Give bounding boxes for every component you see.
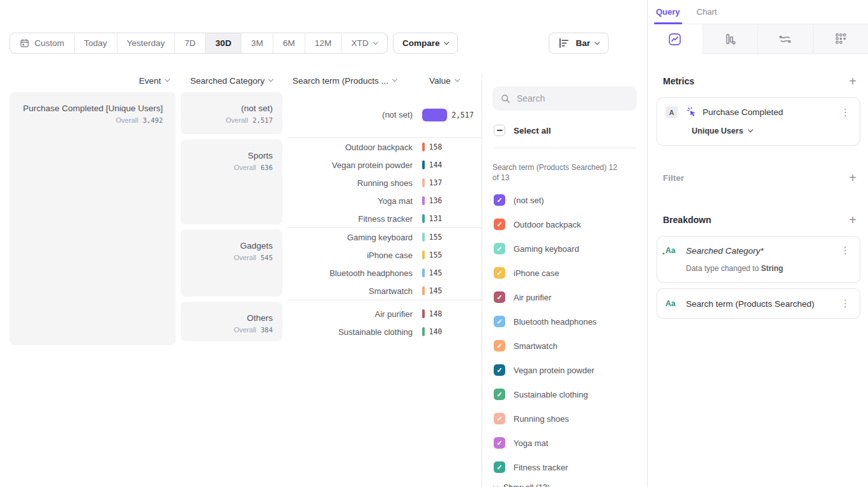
- value-number: 145: [429, 268, 443, 277]
- term-row[interactable]: iPhone case155: [287, 246, 482, 264]
- term-row[interactable]: Outdoor backpack158: [287, 138, 482, 156]
- breakdown-label: Search term (Products Searched): [686, 299, 837, 309]
- term-row[interactable]: Smartwatch145: [287, 282, 482, 300]
- date-range-3m[interactable]: 3M: [241, 33, 273, 53]
- date-range-30d[interactable]: 30D: [206, 33, 241, 53]
- kebab-menu-icon[interactable]: ⋮: [837, 107, 853, 118]
- date-range-7d[interactable]: 7D: [175, 33, 206, 53]
- legend-item-not-set[interactable]: ✓(not set): [492, 188, 637, 212]
- value-bar: [422, 233, 425, 242]
- query-panel: Query Chart Metrics + A: [647, 0, 868, 487]
- tab-chart[interactable]: Chart: [697, 0, 717, 24]
- legend-item-label: Smartwatch: [514, 341, 558, 351]
- checkbox[interactable]: ✓: [494, 461, 505, 473]
- search-input[interactable]: [517, 93, 628, 104]
- chevron-down-icon: [454, 77, 459, 82]
- date-range-custom[interactable]: Custom: [10, 33, 75, 53]
- date-range-label: 3M: [251, 38, 263, 48]
- select-all-checkbox[interactable]: [494, 125, 505, 136]
- view-type-tabs: [648, 24, 868, 54]
- term-row[interactable]: Vegan protein powder144: [287, 156, 482, 174]
- legend-item-yoga-mat[interactable]: ✓Yoga mat: [492, 431, 637, 455]
- show-all-button[interactable]: Show all (13): [494, 483, 637, 487]
- term-label: Vegan protein powder: [287, 160, 421, 170]
- checkbox[interactable]: ✓: [494, 437, 505, 449]
- chart-content: Event Searched Category Search term (Pro…: [0, 73, 647, 487]
- date-range-xtd[interactable]: XTD: [342, 33, 387, 53]
- category-group-others: OthersOverall384Air purifier148Sustainab…: [181, 300, 482, 345]
- date-range-yesterday[interactable]: Yesterday: [118, 33, 176, 53]
- legend-item-gaming-keyboard[interactable]: ✓Gaming keyboard: [492, 236, 637, 261]
- horizontal-bar-chart-icon: [558, 38, 570, 49]
- chart-type-button[interactable]: Bar: [549, 33, 609, 54]
- chevron-down-icon: [268, 77, 273, 82]
- term-row[interactable]: Running shoes137: [287, 174, 482, 192]
- checkbox[interactable]: ✓: [494, 340, 505, 352]
- term-row[interactable]: Air purifier148: [287, 305, 482, 323]
- add-filter-button[interactable]: +: [849, 171, 857, 184]
- legend-item-vegan-protein-powder[interactable]: ✓Vegan protein powder: [492, 358, 637, 382]
- date-range-today[interactable]: Today: [75, 33, 118, 53]
- term-row[interactable]: (not set)2,517: [287, 106, 482, 124]
- checkbox[interactable]: ✓: [494, 389, 505, 400]
- legend-list-title: Search term (Products Searched) 12 of 13: [492, 162, 620, 183]
- category-header-label: Searched Category: [190, 76, 264, 86]
- view-tab-insights[interactable]: [648, 24, 703, 54]
- date-range-12m[interactable]: 12M: [305, 33, 342, 53]
- category-column-header[interactable]: Searched Category: [181, 76, 282, 86]
- legend-item-iphone-case[interactable]: ✓iPhone case: [492, 261, 637, 285]
- date-range-label: 6M: [283, 38, 295, 48]
- checkbox[interactable]: ✓: [494, 316, 505, 327]
- checkbox[interactable]: ✓: [494, 364, 505, 376]
- legend-item-label: iPhone case: [514, 268, 560, 278]
- checkbox[interactable]: ✓: [494, 219, 505, 230]
- term-row[interactable]: Sustainable clothing140: [287, 323, 482, 341]
- checkbox[interactable]: ✓: [494, 243, 505, 254]
- checkbox[interactable]: ✓: [494, 194, 505, 206]
- aggregation-selector[interactable]: Unique Users: [692, 127, 853, 135]
- checkbox[interactable]: ✓: [494, 291, 505, 303]
- checkbox[interactable]: ✓: [494, 267, 505, 279]
- category-card[interactable]: (not set)Overall2,517: [181, 92, 282, 134]
- legend-item-smartwatch[interactable]: ✓Smartwatch: [492, 334, 637, 358]
- category-card[interactable]: GadgetsOverall545: [181, 229, 282, 297]
- retention-icon: [834, 32, 848, 47]
- legend-item-fitness-tracker[interactable]: ✓Fitness tracker: [492, 455, 637, 479]
- tab-query[interactable]: Query: [656, 0, 680, 24]
- legend-search[interactable]: [492, 86, 637, 111]
- category-card[interactable]: SportsOverall636: [181, 139, 282, 224]
- metric-card[interactable]: A Purchase Completed ⋮ Unique Users: [657, 97, 860, 146]
- date-range-6m[interactable]: 6M: [273, 33, 305, 53]
- view-tab-flows[interactable]: [758, 24, 813, 54]
- category-card[interactable]: OthersOverall384: [181, 302, 282, 341]
- checkbox[interactable]: ✓: [494, 413, 505, 424]
- event-card[interactable]: Purchase Completed [Unique Users] Overal…: [10, 92, 176, 345]
- view-tab-funnels[interactable]: [703, 24, 758, 54]
- date-range-label: XTD: [351, 38, 369, 48]
- add-metric-button[interactable]: +: [849, 75, 857, 88]
- legend-item-running-shoes[interactable]: ✓Running shoes: [492, 406, 637, 431]
- legend-item-air-purifier[interactable]: ✓Air purifier: [492, 285, 637, 309]
- view-tab-retention[interactable]: [813, 24, 868, 54]
- event-column-header[interactable]: Event: [10, 76, 176, 86]
- term-row[interactable]: Gaming keyboard155: [287, 228, 482, 246]
- breakdown-card-search-term[interactable]: Aa Search term (Products Searched) ⋮: [657, 288, 860, 319]
- term-row[interactable]: Yoga mat136: [287, 192, 482, 210]
- legend-item-label: Gaming keyboard: [514, 244, 579, 254]
- category-group-not-set: (not set)Overall2,517(not set)2,517: [181, 92, 482, 138]
- legend-item-outdoor-backpack[interactable]: ✓Outdoor backpack: [492, 212, 637, 236]
- term-row[interactable]: Fitness tracker131: [287, 210, 482, 228]
- value-column-header[interactable]: Value: [421, 76, 482, 86]
- compare-button[interactable]: Compare: [393, 33, 459, 54]
- kebab-menu-icon[interactable]: ⋮: [837, 298, 853, 309]
- add-breakdown-button[interactable]: +: [849, 213, 857, 226]
- legend-item-sustainable-clothing[interactable]: ✓Sustainable clothing: [492, 382, 637, 406]
- kebab-menu-icon[interactable]: ⋮: [837, 245, 853, 256]
- breakdown-card-searched-category[interactable]: *Aa Searched Category* ⋮ Data type chang…: [657, 236, 860, 283]
- legend-item-bluetooth-headphones[interactable]: ✓Bluetooth headphones: [492, 309, 637, 334]
- legend-item-label: Yoga mat: [514, 438, 548, 448]
- select-all[interactable]: Select all: [494, 125, 637, 148]
- term-column-header[interactable]: Search term (Products ...: [287, 76, 421, 86]
- term-row[interactable]: Bluetooth headphones145: [287, 264, 482, 282]
- value-number: 137: [429, 178, 443, 187]
